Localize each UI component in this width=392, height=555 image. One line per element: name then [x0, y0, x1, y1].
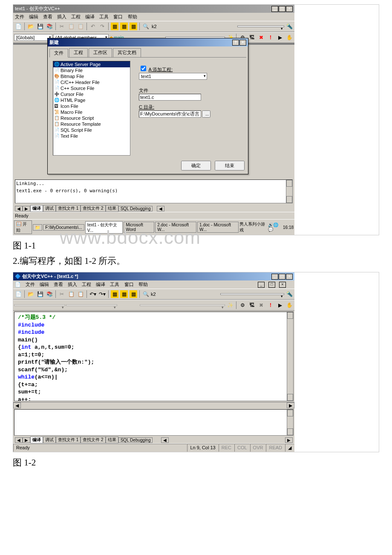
help-icon[interactable]: ? — [232, 40, 239, 46]
menu-edit[interactable]: 编辑 — [40, 282, 49, 287]
paste-icon[interactable]: 📋 — [76, 290, 85, 298]
menu-tools[interactable]: 工具 — [110, 282, 119, 287]
build-icon[interactable]: 🏗 — [248, 33, 256, 42]
output-tab[interactable]: 结果 — [106, 436, 118, 443]
find-icon[interactable]: 🔍 — [141, 290, 150, 298]
workspace-icon[interactable]: ▦ — [110, 290, 119, 298]
list-item[interactable]: C/C++ Header File — [61, 80, 100, 85]
tab-other[interactable]: 其它文档 — [113, 48, 141, 57]
output-tab[interactable]: SQL Debugging — [118, 437, 153, 443]
go-icon[interactable]: ▶ — [276, 33, 284, 42]
saveall-icon[interactable]: 📚 — [45, 290, 54, 298]
directory-input[interactable] — [139, 110, 201, 118]
dialog-close-icon[interactable]: × — [239, 40, 246, 46]
break-icon[interactable]: ✋ — [285, 301, 294, 309]
filetype-list[interactable]: 🌐Active Server Page 📄Binary File 🎨Bitmap… — [53, 61, 130, 156]
find-combo[interactable] — [220, 293, 284, 295]
tab-nav-icon[interactable]: ◀ — [15, 206, 23, 211]
filename-input[interactable] — [139, 94, 201, 101]
code-editor[interactable]: /*习题5.3 */#include#includemain(){int a,n… — [14, 312, 294, 401]
cut-icon[interactable]: ✂ — [58, 290, 66, 298]
cancel-button[interactable]: 结束 — [215, 161, 245, 171]
taskbar-item[interactable]: F:\MyDocuments\... — [43, 224, 84, 231]
tab-files[interactable]: 文件 — [49, 49, 68, 58]
list-item[interactable]: Bitmap File — [61, 74, 84, 79]
list-item[interactable]: Cursor File — [61, 92, 84, 97]
output-tab[interactable]: 调试 — [43, 205, 56, 212]
workspace-icon[interactable]: ▦ — [110, 22, 119, 31]
copy-icon[interactable]: 📋 — [67, 22, 75, 31]
output-tab[interactable]: SQL Debugging — [118, 206, 153, 211]
list-item[interactable]: Resource Script — [61, 116, 94, 121]
menu-build[interactable]: 编译 — [85, 14, 95, 19]
find-icon[interactable]: 🔍 — [141, 22, 150, 31]
scrollbar[interactable] — [286, 180, 292, 203]
output-icon[interactable]: ▦ — [120, 290, 128, 298]
output-icon[interactable]: ▦ — [120, 22, 128, 31]
search-icon[interactable]: 🔦 — [285, 290, 294, 298]
stop-icon[interactable]: ✖ — [257, 33, 265, 42]
new-icon[interactable]: 📄 — [14, 290, 23, 298]
list-item[interactable]: Icon File — [61, 104, 78, 109]
menu-insert[interactable]: 插入 — [57, 14, 66, 19]
break-icon[interactable]: ✋ — [285, 33, 294, 42]
min-icon[interactable]: _ — [271, 274, 278, 280]
scrollbar[interactable] — [287, 312, 293, 401]
menu-window[interactable]: 窗口 — [113, 14, 123, 19]
execute-icon[interactable]: ! — [266, 301, 275, 309]
output-tab[interactable]: 查找文件 1 — [56, 205, 81, 212]
list-item[interactable]: C++ Source File — [61, 86, 94, 91]
save-icon[interactable]: 💾 — [36, 22, 44, 31]
list-item[interactable]: Text File — [61, 133, 78, 139]
build-icon[interactable]: 🏗 — [248, 301, 256, 309]
menu-edit[interactable]: 编辑 — [29, 14, 38, 19]
browse-button[interactable]: ... — [202, 110, 210, 118]
saveall-icon[interactable]: 📚 — [45, 22, 54, 31]
list-item[interactable]: Resource Template — [61, 121, 101, 127]
taskbar-item[interactable]: 1.doc - Microsoft W... — [197, 222, 239, 233]
stop-icon[interactable]: ✖ — [257, 301, 265, 309]
hscroll-icon[interactable]: ◀ — [157, 206, 164, 211]
execute-icon[interactable]: ! — [266, 33, 275, 42]
menu-file[interactable]: 文件 — [26, 282, 35, 287]
tab-projects[interactable]: 工程 — [69, 48, 88, 57]
menu-window[interactable]: 窗口 — [124, 282, 134, 287]
output-tab[interactable]: 调试 — [43, 436, 56, 443]
scope-combo[interactable]: [Globals] — [14, 34, 52, 41]
undo-icon[interactable]: ↶ — [89, 22, 97, 31]
menu-help[interactable]: 帮助 — [138, 282, 148, 287]
menu-tools[interactable]: 工具 — [99, 14, 109, 19]
go-icon[interactable]: ▶ — [276, 301, 284, 309]
close-icon[interactable]: × — [286, 6, 293, 12]
find-combo[interactable] — [237, 26, 284, 27]
tab-workspaces[interactable]: 工作区 — [89, 48, 112, 57]
output-tab[interactable]: 查找文件 2 — [81, 436, 105, 443]
quicklaunch-icon[interactable]: 📁 — [33, 224, 42, 231]
window-icon[interactable]: ▦ — [129, 290, 138, 298]
hscroll-icon[interactable]: ▶ — [285, 437, 293, 443]
output-tab[interactable]: 编译 — [30, 436, 43, 443]
hscroll-icon[interactable]: ◀ — [13, 402, 21, 408]
scope-combo[interactable] — [14, 304, 65, 306]
menu-help[interactable]: 帮助 — [128, 14, 137, 19]
redo-icon[interactable]: ↷ — [98, 22, 107, 31]
hscroll-icon[interactable]: ◀ — [161, 437, 169, 443]
taskbar-item[interactable]: 2.doc - Microsoft W... — [155, 222, 196, 233]
func-combo[interactable] — [140, 304, 225, 306]
taskbar-item[interactable]: Microsoft Word — [124, 222, 154, 233]
search-icon[interactable]: 🔦 — [285, 22, 294, 31]
output-tab[interactable]: 查找文件 1 — [56, 436, 81, 443]
undo-icon[interactable]: ↶▾ — [89, 290, 97, 298]
scrollbar[interactable] — [287, 410, 293, 435]
add-to-project-check[interactable]: A 添加工程: — [139, 64, 243, 73]
cut-icon[interactable]: ✂ — [58, 22, 66, 31]
filter-combo[interactable] — [66, 304, 117, 306]
menu-project[interactable]: 工程 — [82, 282, 91, 287]
tab-nav-icon[interactable]: ◀ — [15, 437, 23, 443]
mdi-close-icon[interactable]: × — [279, 282, 286, 288]
menu-build[interactable]: 编译 — [96, 282, 105, 287]
list-item[interactable]: SQL Script File — [61, 127, 92, 133]
output-tab[interactable]: 结果 — [106, 205, 118, 212]
compile-icon[interactable]: ⚙ — [238, 301, 247, 309]
list-item[interactable]: Binary File — [61, 68, 83, 73]
